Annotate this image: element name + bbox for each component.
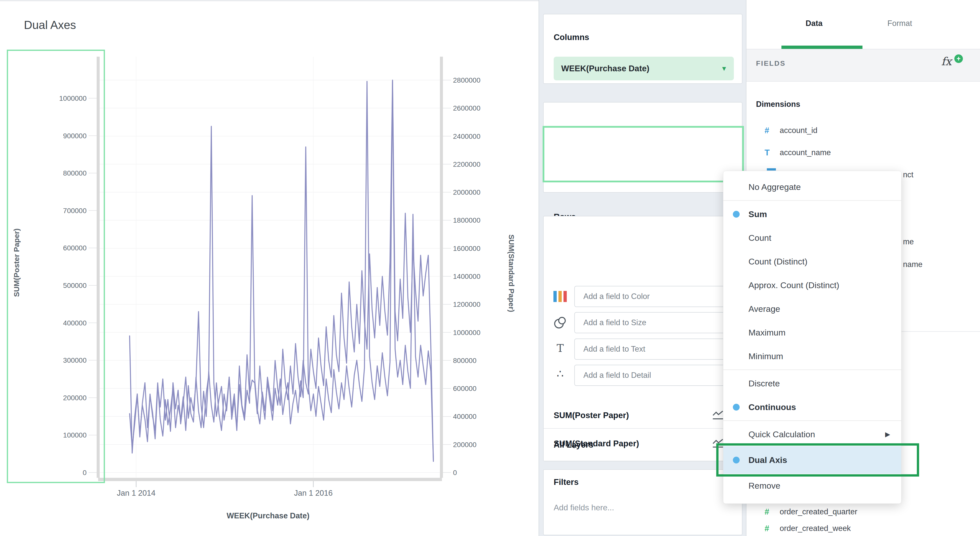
columns-header: Columns: [554, 32, 589, 42]
tab-data[interactable]: Data: [806, 19, 822, 28]
menu-item-sum[interactable]: Sum: [723, 202, 901, 226]
field-name: account_id: [780, 126, 818, 135]
occluded-field-name-fragment: me: [903, 237, 914, 246]
text-icon: T: [765, 148, 780, 158]
fx-icon: fx: [941, 55, 951, 68]
selected-bullet-icon: [733, 404, 740, 410]
menu-item-maximum[interactable]: Maximum: [723, 321, 901, 344]
right-axis-tick-label: 2600000: [453, 104, 480, 112]
series-line-SUM(Poster Paper): [130, 81, 433, 461]
text-icon-sliver: [767, 168, 776, 171]
x-axis-tick-label: Jan 1 2014: [117, 489, 155, 498]
menu-item-quick-calculation[interactable]: Quick Calculation▶: [723, 423, 901, 446]
menu-item-label: Count: [748, 233, 772, 243]
field-slot-input[interactable]: [574, 286, 738, 307]
annotation-rows-highlight: [542, 126, 744, 182]
measure-row-label: SUM(Poster Paper): [554, 410, 629, 420]
dimensions-header: Dimensions: [756, 100, 800, 109]
right-axis-tick-label: 2400000: [453, 132, 480, 140]
right-axis-tick-label: 1600000: [453, 244, 480, 252]
measure-row-label: SUM(Standard Paper): [554, 439, 639, 448]
right-axis-tick-label: 2000000: [453, 188, 480, 196]
menu-item-count[interactable]: Count: [723, 226, 901, 250]
right-axis-tick-label: 1400000: [453, 273, 480, 280]
occluded-field-name-fragment: name: [903, 260, 923, 269]
pill-label: WEEK(Purchase Date): [561, 64, 721, 73]
all-layers-card: All Layers Line T∴ SUM(Poster Paper)SUM(…: [543, 216, 743, 461]
encoding-slot-row: [544, 286, 742, 307]
dimension-item-account_id[interactable]: #account_id: [746, 120, 980, 140]
filters-drop-zone[interactable]: Add fields here...: [554, 503, 614, 512]
right-axis-tick-label: 1000000: [453, 329, 480, 337]
line-chart-icon[interactable]: [712, 410, 724, 422]
right-axis-tick-label: 1200000: [453, 300, 480, 308]
menu-item-count-distinct-[interactable]: Count (Distinct): [723, 250, 901, 273]
submenu-arrow-icon: ▶: [885, 431, 890, 438]
menu-item-label: Average: [748, 304, 780, 314]
chart-title: Dual Axes: [24, 18, 76, 32]
menu-item-continuous[interactable]: Continuous: [723, 395, 901, 419]
selected-bullet-icon: [733, 211, 740, 218]
detail-dots-icon: ∴: [553, 367, 568, 380]
filters-card: Filters Add fields here...: [543, 469, 743, 535]
number-icon: #: [765, 126, 780, 135]
divider: [544, 428, 742, 429]
right-axis-tick-label: 2800000: [453, 76, 480, 84]
menu-item-label: Maximum: [748, 328, 786, 338]
menu-item-minimum[interactable]: Minimum: [723, 344, 901, 368]
x-axis-tick-label: Jan 1 2016: [294, 489, 332, 498]
add-formula-field-button[interactable]: fx +: [941, 55, 963, 75]
size-circles-icon: [553, 315, 568, 331]
field-name: order_created_week: [780, 524, 851, 533]
app-window: 1000000900000800000700000600000500000400…: [0, 0, 980, 536]
chevron-down-icon[interactable]: ▼: [721, 65, 727, 73]
number-icon: #: [765, 507, 780, 517]
layers-shelf-panel: Columns WEEK(Purchase Date) ▼ Rows SUM(P…: [539, 0, 746, 536]
menu-item-label: Count (Distinct): [748, 257, 807, 266]
right-axis-tick-label: 200000: [453, 441, 476, 448]
menu-item-label: Sum: [748, 209, 767, 219]
fields-strip: FIELDS fx +: [746, 49, 980, 81]
menu-divider: [723, 420, 901, 421]
active-tab-indicator: [781, 46, 862, 49]
field-name: order_created_quarter: [780, 507, 857, 516]
text-icon: T: [553, 342, 568, 354]
color-legend-icon: [554, 291, 567, 302]
encoding-slot-row: ∴: [544, 365, 742, 386]
menu-item-label: Approx. Count (Distinct): [748, 280, 839, 290]
field-slot-input[interactable]: [574, 338, 738, 360]
menu-item-average[interactable]: Average: [723, 297, 901, 321]
number-icon: #: [765, 524, 780, 533]
menu-item-label: Quick Calculation: [748, 429, 815, 439]
measure-row-SUM(Poster Paper)[interactable]: SUM(Poster Paper): [544, 404, 742, 428]
encoding-slot-row: T: [544, 338, 742, 360]
menu-divider: [723, 370, 901, 370]
field-item-order_created_week[interactable]: #order_created_week: [746, 518, 980, 536]
right-axis-bar: [440, 57, 443, 478]
right-axis-tick-label: 2200000: [453, 160, 480, 168]
menu-divider: [723, 200, 901, 201]
columns-pill-week-purchase-date[interactable]: WEEK(Purchase Date) ▼: [554, 57, 734, 80]
filters-header: Filters: [554, 477, 579, 487]
menu-item-label: Discrete: [748, 378, 780, 388]
right-axis-tick-label: 600000: [453, 384, 476, 392]
annotation-left-axis-highlight: [7, 49, 105, 483]
menu-item-discrete[interactable]: Discrete: [723, 372, 901, 395]
menu-item-label: Continuous: [748, 402, 796, 412]
menu-item-label: Remove: [748, 481, 780, 491]
annotation-dual-axis-highlight: [716, 443, 919, 477]
menu-item-remove[interactable]: Remove: [723, 474, 901, 498]
encoding-slot-row: [544, 312, 742, 333]
field-slot-input[interactable]: [574, 365, 738, 386]
menu-item-no-aggregate[interactable]: No Aggregate: [723, 175, 901, 199]
x-axis-title: WEEK(Purchase Date): [226, 511, 309, 520]
dimension-item-account_name[interactable]: Taccount_name: [746, 142, 980, 163]
measure-row-SUM(Standard Paper)[interactable]: SUM(Standard Paper): [544, 432, 742, 456]
right-axis-tick-label: 0: [453, 469, 457, 477]
right-axis-tick-label: 1800000: [453, 216, 480, 224]
menu-item-approx-count-distinct-[interactable]: Approx. Count (Distinct): [723, 273, 901, 297]
tab-format[interactable]: Format: [888, 19, 912, 28]
plus-icon: +: [955, 54, 963, 63]
fields-header: FIELDS: [756, 59, 786, 67]
field-slot-input[interactable]: [574, 312, 738, 333]
